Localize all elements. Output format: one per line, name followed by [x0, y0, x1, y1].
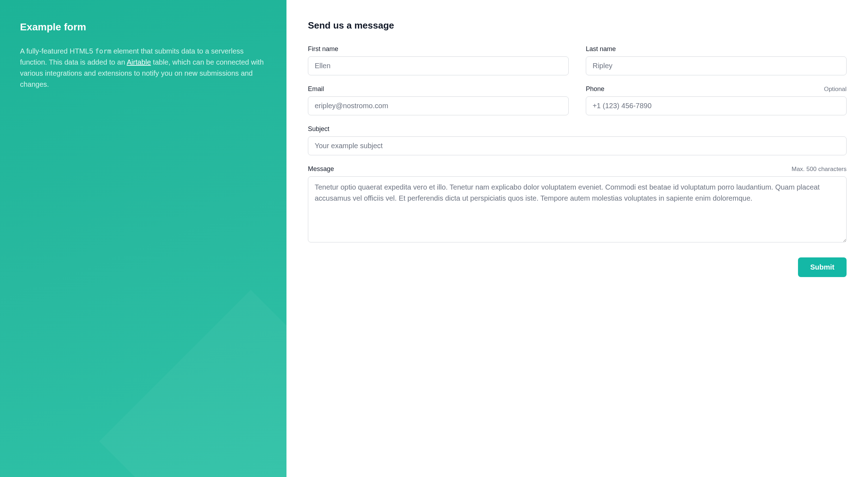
last-name-label: Last name: [586, 45, 616, 53]
contact-form: First name Last name Email: [308, 45, 847, 277]
email-input[interactable]: [308, 96, 569, 115]
last-name-field: Last name: [586, 45, 847, 75]
subject-field: Subject: [308, 125, 847, 155]
message-label: Message: [308, 165, 334, 173]
first-name-input[interactable]: [308, 56, 569, 75]
airtable-link[interactable]: Airtable: [127, 58, 151, 66]
message-hint: Max. 500 characters: [792, 166, 847, 173]
sidebar: Example form A fully-featured HTML5 form…: [0, 0, 286, 477]
first-name-field: First name: [308, 45, 569, 75]
desc-code: form: [95, 47, 111, 55]
last-name-input[interactable]: [586, 56, 847, 75]
main-content: Send us a message First name Last name: [286, 0, 868, 477]
email-field: Email: [308, 85, 569, 115]
sidebar-title: Example form: [20, 21, 266, 33]
form-title: Send us a message: [308, 20, 847, 31]
message-textarea[interactable]: [308, 176, 847, 242]
form-actions: Submit: [308, 257, 847, 277]
first-name-label: First name: [308, 45, 338, 53]
phone-label: Phone: [586, 85, 604, 93]
phone-field: Phone Optional: [586, 85, 847, 115]
sidebar-description: A fully-featured HTML5 form element that…: [20, 46, 266, 90]
desc-text: A fully-featured HTML5: [20, 47, 95, 55]
submit-button[interactable]: Submit: [798, 257, 847, 277]
message-field: Message Max. 500 characters: [308, 165, 847, 242]
subject-input[interactable]: [308, 136, 847, 155]
email-label: Email: [308, 85, 324, 93]
subject-label: Subject: [308, 125, 329, 133]
phone-hint: Optional: [824, 86, 847, 93]
phone-input[interactable]: [586, 96, 847, 115]
